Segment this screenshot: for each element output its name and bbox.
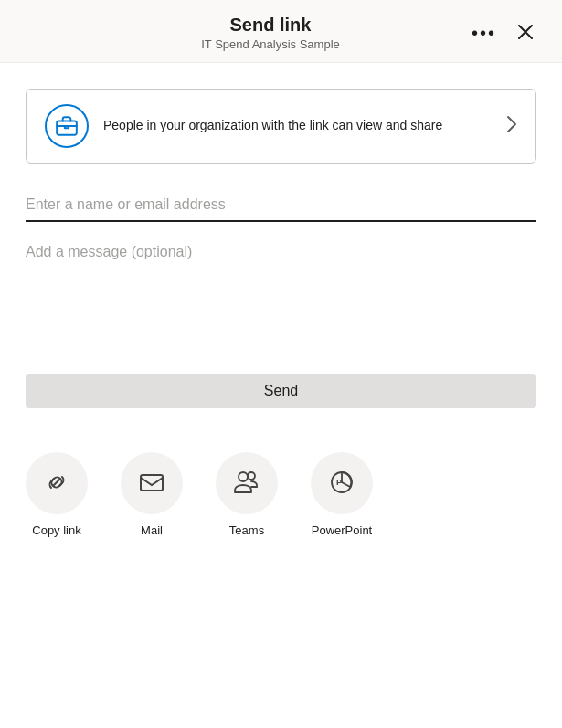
mail-icon-circle [121,452,183,514]
copy-link-label: Copy link [32,523,80,537]
teams-icon-circle [216,452,278,514]
svg-text:P: P [336,478,342,487]
close-button[interactable] [511,19,540,47]
dialog-title: Send link [230,15,312,36]
powerpoint-button[interactable]: P PowerPoint [311,452,373,537]
header-center: Send link IT Spend Analysis Sample [77,15,464,51]
header-actions: ••• [464,19,540,47]
dialog-content: People in your organization with the lin… [0,63,562,566]
mail-icon [137,468,166,500]
message-textarea[interactable] [26,268,536,341]
copy-link-button[interactable]: Copy link [26,452,88,537]
powerpoint-icon: P [326,467,357,501]
share-options: Copy link Mail [26,445,536,544]
permissions-text: People in your organization with the lin… [103,117,495,135]
email-input-section [26,189,536,222]
powerpoint-icon-circle: P [311,452,373,514]
teams-label: Teams [229,523,264,537]
send-button[interactable]: Send [26,374,536,408]
powerpoint-label: PowerPoint [312,523,372,537]
email-input[interactable] [26,189,536,222]
dialog-header: Send link IT Spend Analysis Sample ••• [0,0,562,63]
svg-point-3 [239,472,248,481]
permissions-icon-circle [45,104,89,148]
message-section: Add a message (optional) [26,244,536,344]
mail-button[interactable]: Mail [121,452,183,537]
more-options-button[interactable]: ••• [464,20,504,46]
permissions-card[interactable]: People in your organization with the lin… [26,89,536,164]
svg-rect-1 [141,475,163,491]
dialog-subtitle: IT Spend Analysis Sample [201,37,340,51]
close-icon [518,23,533,44]
message-label: Add a message (optional) [26,244,536,260]
send-link-dialog: Send link IT Spend Analysis Sample ••• [0,0,562,728]
mail-label: Mail [141,523,163,537]
teams-button[interactable]: Teams [216,452,278,537]
teams-icon [231,467,262,501]
link-icon [42,468,71,500]
copy-link-icon-circle [26,452,88,514]
svg-point-2 [248,472,255,480]
more-dots-icon: ••• [472,24,496,42]
chevron-right-icon [506,115,517,138]
